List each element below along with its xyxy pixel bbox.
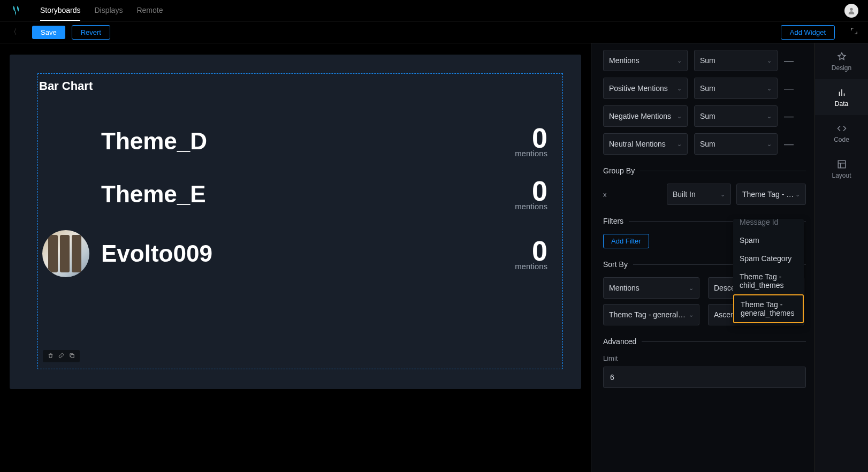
select-value: Sum — [700, 84, 715, 93]
svg-rect-2 — [838, 161, 846, 168]
row-unit: mentions — [515, 262, 547, 271]
remove-metric-button[interactable]: — — [784, 111, 794, 122]
chart-row: Theme_E 0 mentions — [39, 168, 556, 220]
trash-icon[interactable] — [48, 353, 54, 360]
link-icon[interactable] — [58, 353, 64, 360]
select-value: Neutral Mentions — [609, 140, 666, 148]
select-value: Mentions — [609, 284, 639, 292]
axis-label: x — [603, 191, 611, 199]
chevron-down-icon: ⌄ — [677, 141, 682, 148]
widget-mini-toolbar — [43, 350, 80, 362]
fullscreen-icon[interactable] — [850, 27, 858, 37]
section-label: Sort By — [603, 260, 628, 269]
tab-storyboards[interactable]: Storyboards — [40, 1, 80, 21]
dropdown-item[interactable]: Spam Category — [733, 249, 804, 268]
agg-select[interactable]: Sum⌄ — [694, 50, 778, 71]
advanced-header: Advanced — [603, 337, 806, 346]
select-value: Desce — [714, 284, 735, 292]
rail-layout[interactable]: Layout — [815, 151, 868, 187]
dropdown-item[interactable]: Spam — [733, 231, 804, 249]
groupby-field-select[interactable]: Theme Tag - …⌄ — [736, 184, 806, 205]
agg-select[interactable]: Sum⌄ — [694, 133, 778, 155]
chevron-down-icon: ⌄ — [767, 141, 772, 148]
limit-input[interactable] — [603, 367, 806, 388]
agg-select[interactable]: Sum⌄ — [694, 78, 778, 99]
chevron-down-icon: ⌄ — [795, 191, 800, 198]
chevron-down-icon: ⌄ — [767, 113, 772, 120]
row-number: 0 — [515, 237, 547, 265]
chart-row: Evolto009 0 mentions — [39, 220, 556, 287]
groupby-header: Group By — [603, 166, 806, 175]
tab-remote[interactable]: Remote — [136, 1, 163, 21]
revert-button[interactable]: Revert — [72, 25, 110, 40]
config-panel: Mentions⌄ Sum⌄ — Positive Mentions⌄ Sum⌄… — [591, 43, 814, 472]
metric-select[interactable]: Positive Mentions⌄ — [603, 78, 688, 99]
editor-toolbar: 〈 Save Revert Add Widget — [0, 21, 868, 43]
back-chevron-icon[interactable]: 〈 — [10, 27, 17, 37]
metric-row: Neutral Mentions⌄ Sum⌄ — — [603, 133, 806, 155]
sort-field-select[interactable]: Mentions⌄ — [603, 277, 699, 299]
chevron-down-icon: ⌄ — [689, 285, 694, 292]
top-nav: Storyboards Displays Remote — [0, 0, 868, 21]
select-value: Sum — [700, 112, 715, 120]
remove-metric-button[interactable]: — — [784, 55, 794, 66]
agg-select[interactable]: Sum⌄ — [694, 105, 778, 127]
select-value: Theme Tag - general… — [609, 310, 686, 319]
metric-select[interactable]: Mentions⌄ — [603, 50, 688, 71]
dropdown-item[interactable]: Message Id — [733, 217, 804, 231]
row-value: 0 mentions — [515, 177, 547, 211]
row-label: Theme_E — [101, 181, 515, 208]
right-rail: Design Data Code Layout — [814, 43, 868, 472]
select-value: Sum — [700, 56, 715, 65]
row-number: 0 — [515, 124, 547, 152]
metric-select[interactable]: Negative Mentions⌄ — [603, 105, 688, 127]
select-value: Negative Mentions — [609, 112, 671, 120]
chart-row: Theme_D 0 mentions — [39, 115, 556, 168]
tab-displays[interactable]: Displays — [94, 1, 123, 21]
widget-title: Bar Chart — [39, 79, 556, 93]
sort-field-select[interactable]: Theme Tag - general…⌄ — [603, 304, 699, 325]
row-avatar — [42, 230, 89, 277]
add-widget-button[interactable]: Add Widget — [781, 25, 835, 40]
rail-code[interactable]: Code — [815, 115, 868, 151]
app-logo — [10, 5, 21, 17]
row-value: 0 mentions — [515, 124, 547, 158]
user-avatar[interactable] — [844, 4, 858, 18]
chevron-down-icon: ⌄ — [767, 85, 772, 92]
widget-card[interactable]: Bar Chart Theme_D 0 mentions Theme_E 0 m… — [10, 55, 581, 389]
chevron-down-icon: ⌄ — [677, 113, 682, 120]
metric-row: Mentions⌄ Sum⌄ — — [603, 50, 806, 71]
chevron-down-icon: ⌄ — [720, 191, 725, 198]
copy-icon[interactable] — [69, 353, 75, 360]
row-label: Evolto009 — [101, 240, 515, 267]
row-value: 0 mentions — [515, 237, 547, 271]
select-value: Mentions — [609, 56, 639, 65]
chevron-down-icon: ⌄ — [767, 57, 772, 64]
limit-label: Limit — [603, 354, 806, 362]
rail-label: Design — [815, 64, 868, 72]
section-label: Group By — [603, 166, 635, 175]
metric-select[interactable]: Neutral Mentions⌄ — [603, 133, 688, 155]
groupby-row: x Built In⌄ Theme Tag - …⌄ — [603, 184, 806, 205]
row-number: 0 — [515, 177, 547, 205]
dropdown-item[interactable]: Theme Tag - child_themes — [733, 268, 804, 294]
save-button[interactable]: Save — [32, 26, 65, 39]
remove-metric-button[interactable]: — — [784, 83, 794, 94]
canvas-area: Bar Chart Theme_D 0 mentions Theme_E 0 m… — [0, 43, 591, 472]
svg-rect-1 — [71, 355, 74, 358]
chevron-down-icon: ⌄ — [677, 57, 682, 64]
widget-selection: Bar Chart Theme_D 0 mentions Theme_E 0 m… — [37, 73, 563, 369]
dropdown-item-selected[interactable]: Theme Tag - general_themes — [733, 294, 804, 323]
svg-point-0 — [850, 7, 852, 10]
chevron-down-icon: ⌄ — [689, 311, 694, 318]
chevron-down-icon: ⌄ — [677, 85, 682, 92]
groupby-source-select[interactable]: Built In⌄ — [667, 184, 731, 205]
rail-design[interactable]: Design — [815, 43, 868, 79]
select-value: Theme Tag - … — [742, 190, 794, 199]
rail-label: Data — [815, 100, 868, 108]
remove-metric-button[interactable]: — — [784, 139, 794, 150]
rail-data[interactable]: Data — [815, 79, 868, 115]
metric-row: Negative Mentions⌄ Sum⌄ — — [603, 105, 806, 127]
add-filter-button[interactable]: Add Filter — [603, 234, 649, 248]
rail-label: Code — [815, 136, 868, 143]
